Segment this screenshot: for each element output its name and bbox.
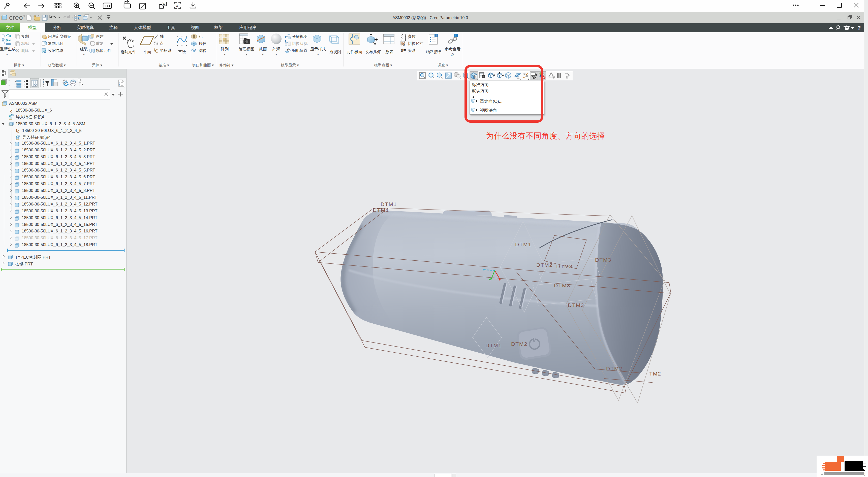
svg-text:x: x	[403, 43, 405, 46]
svg-text:DTM3: DTM3	[595, 257, 612, 263]
svg-text:DTM1: DTM1	[380, 201, 397, 207]
svg-text:x: x	[289, 49, 291, 52]
svg-text:DTM2: DTM2	[536, 262, 553, 268]
svg-text:TM2: TM2	[649, 371, 661, 376]
svg-text:DTM3: DTM3	[556, 264, 572, 269]
svg-text:DTM3: DTM3	[568, 302, 584, 308]
svg-text:i: i	[456, 34, 456, 37]
svg-text:y: y	[288, 47, 289, 50]
svg-text:x: x	[176, 3, 178, 7]
svg-text:d=: d=	[401, 48, 406, 53]
svg-text:DTM2: DTM2	[511, 341, 527, 347]
svg-text:?: ?	[858, 25, 861, 31]
svg-text:DTM1: DTM1	[373, 207, 389, 213]
svg-text:): )	[864, 472, 865, 476]
svg-text:DTM3: DTM3	[554, 282, 570, 288]
svg-text:DTM1: DTM1	[515, 241, 531, 247]
svg-text:i: i	[436, 34, 436, 37]
svg-text:DTM2: DTM2	[606, 366, 622, 372]
svg-text:A: A	[163, 2, 165, 6]
svg-text:DTM1: DTM1	[486, 342, 502, 348]
svg-text:w: w	[820, 472, 824, 476]
